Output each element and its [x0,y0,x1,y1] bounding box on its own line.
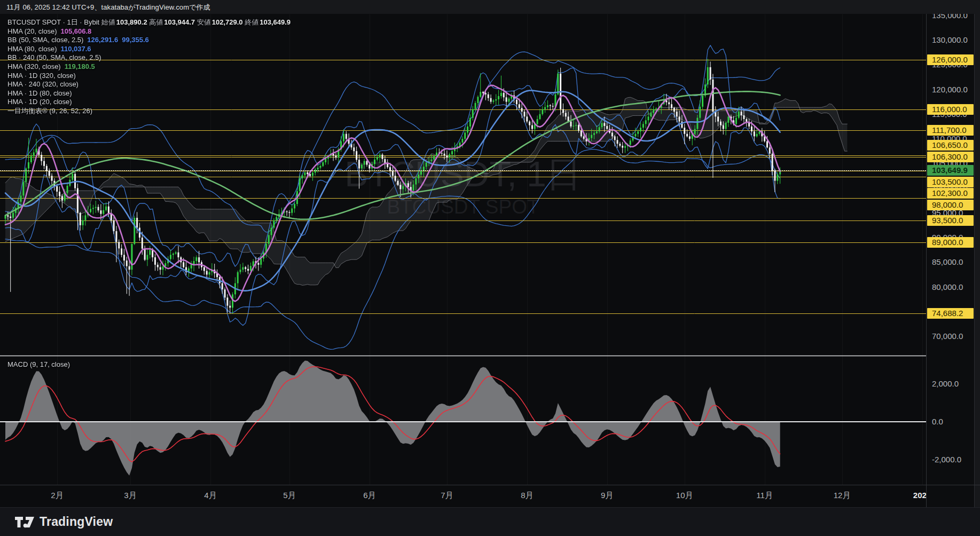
price-line-label[interactable]: 103,500.0 [927,177,974,187]
legend-label: BTCUSDT SPOT · 1日 · Bybit [7,18,99,26]
legend-row[interactable]: 一目均衡表® (9, 26, 52, 26) [7,107,92,115]
price-scale-label: 85,000.0 [927,257,974,267]
price-scale-label: 0.0 [927,416,974,427]
tradingview-brand[interactable]: TradingView [40,515,113,529]
indicator-value: 99,355.6 [122,36,149,44]
price-scale-label: 80,000.0 [927,282,974,293]
time-axis-label: 3月 [124,491,136,501]
indicator-value: 126,291.6 [87,36,118,44]
publication-note: 11月 06, 2025 12:42 UTC+9、takatabaがTradin… [6,3,210,12]
legend-label: HMA · 1D (20, close) [7,98,72,106]
legend-row[interactable]: HMA (80, close)110,037.6 [7,45,91,53]
time-axis-label: 8月 [521,491,533,501]
ohlc-key: 安値 [195,18,211,26]
time-axis-label: 10月 [676,491,693,501]
legend-row[interactable]: HMA · 1D (80, close) [7,89,72,98]
legend-label: HMA · 240 (320, close) [7,80,79,88]
ohlc-value: 102,729.0 [212,18,243,26]
legend-row[interactable]: BB (50, SMA, close, 2.5)126,291.699,355.… [7,36,149,44]
time-axis-label: 7月 [441,491,453,501]
footer: TradingView [0,507,980,536]
legend-label: HMA · 1D (320, close) [7,72,76,80]
price-axis[interactable]: 135,000.0130,000.0125,000.0120,000.0115,… [926,14,974,507]
price-line-label[interactable]: 106,300.0 [927,152,974,162]
legend-row[interactable]: HMA (20, close)105,606.8 [7,27,91,36]
time-axis-label: 2026 [913,491,926,500]
legend-row[interactable]: BB · 240 (50, SMA, close, 2.5) [7,53,101,62]
legend-label: BB · 240 (50, SMA, close, 2.5) [7,53,101,61]
time-axis-label: 11月 [756,491,773,501]
ohlc-value: 103,649.9 [260,18,291,26]
time-axis-label: 4月 [204,491,216,501]
legend-row[interactable]: HMA · 1D (20, close) [7,98,72,106]
price-line-label[interactable]: 126,000.0 [927,54,974,65]
indicator-value: 110,037.6 [60,45,91,53]
chart-canvas[interactable] [0,0,980,536]
legend-row[interactable]: BTCUSDT SPOT · 1日 · Bybit 始値103,890.2 高値… [7,18,291,27]
legend-label: HMA (80, close) [7,45,57,53]
price-scale-label: 135,000.0 [927,14,974,21]
price-line-label[interactable]: 111,700.0 [927,125,974,136]
ohlc-value: 103,944.7 [164,18,195,26]
legend-label: HMA · 1D (80, close) [7,89,72,97]
legend-label: 一目均衡表® (9, 26, 52, 26) [7,107,92,115]
ohlc-value: 103,890.2 [116,18,147,26]
time-axis-border [0,485,980,485]
current-price-label[interactable]: 103,649.9 [927,165,974,176]
tradingview-logo-icon[interactable] [14,514,35,531]
price-scale-label: 120,000.0 [927,84,974,95]
legend-row[interactable]: HMA · 240 (320, close) [7,80,79,89]
legend-row[interactable]: HMA (320, close)119,180.5 [7,62,95,71]
indicator-value: 105,606.8 [60,27,91,35]
axis-scrollbar-strip [974,14,980,507]
legend-row[interactable]: HMA · 1D (320, close) [7,72,76,80]
time-axis-label: 2月 [51,491,63,501]
time-axis-label: 12月 [834,491,851,501]
legend-label: BB (50, SMA, close, 2.5) [7,36,83,44]
ohlc-key: 終値 [243,18,259,26]
price-line-label[interactable]: 106,650.0 [927,140,974,151]
time-axis-label: 6月 [363,491,375,501]
price-line-label[interactable]: 102,300.0 [927,188,974,199]
ohlc-key: 高値 [147,18,163,26]
price-line-label[interactable]: 89,000.0 [927,237,974,248]
price-scale-label: 130,000.0 [927,35,974,45]
tradingview-published-chart: BTCUSDT, 1日 BTCUSDT SPOT 11月 06, 2025 12… [0,0,980,536]
legend-label: HMA (20, close) [7,27,57,35]
price-line-label[interactable]: 74,688.2 [927,308,974,319]
price-scale-label: 2,000.0 [927,379,974,389]
time-axis[interactable]: 2月3月4月5月6月7月8月9月10月11月12月2026 [0,485,926,507]
price-line-label[interactable]: 98,000.0 [927,200,974,210]
macd-legend-row[interactable]: MACD (9, 17, close) [7,360,70,368]
price-line-label[interactable]: 116,000.0 [927,104,974,115]
publication-bar: 11月 06, 2025 12:42 UTC+9、takatabaがTradin… [0,0,980,14]
legend-label: HMA (320, close) [7,62,61,70]
price-scale-label: -2,000.0 [927,454,974,465]
indicator-value: 119,180.5 [65,62,95,70]
price-line-label[interactable]: 93,500.0 [927,215,974,226]
time-axis-label: 5月 [283,491,295,501]
price-scale-label: 70,000.0 [927,331,974,342]
ohlc-key: 始値 [99,18,115,26]
time-axis-label: 9月 [601,491,613,501]
